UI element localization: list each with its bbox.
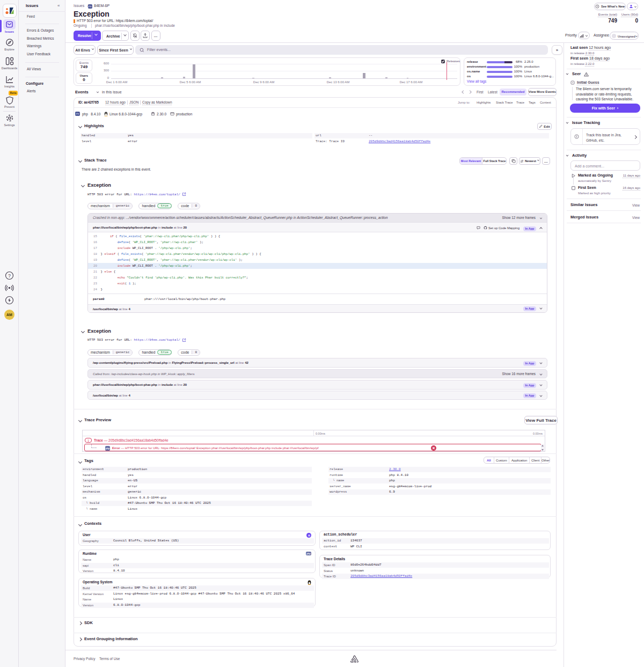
svg-text:?: ? (8, 273, 11, 278)
